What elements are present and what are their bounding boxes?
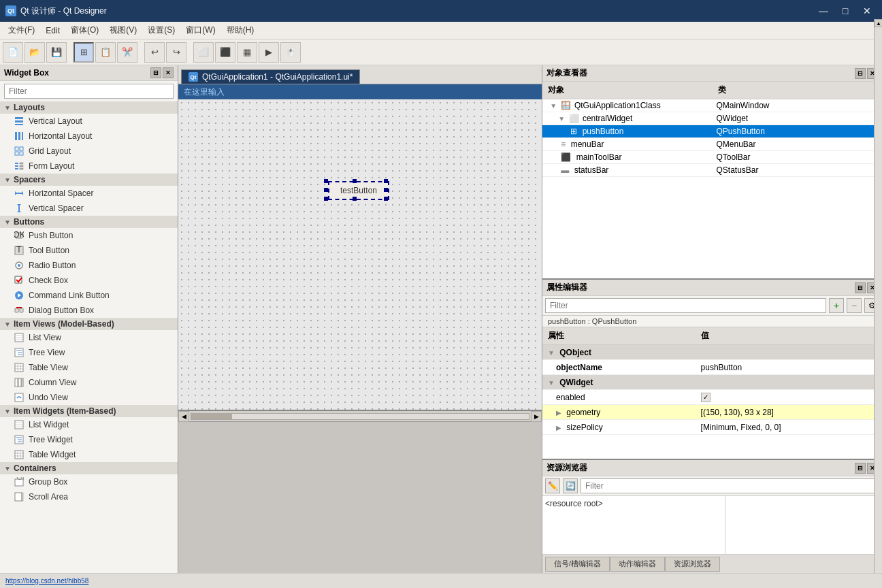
obj-inspector-float-btn[interactable]: ⊟ xyxy=(855,68,866,79)
obj-row-central[interactable]: ▼ ⬜ centralWidget QWidget xyxy=(542,112,882,125)
menu-view[interactable]: 视图(V) xyxy=(104,23,142,37)
widget-tool-button[interactable]: T Tool Button xyxy=(0,243,178,258)
widget-box-close-btn[interactable]: ✕ xyxy=(163,67,174,78)
expand-arrow-app[interactable]: ▼ xyxy=(550,102,557,110)
vertical-spacer-icon xyxy=(14,203,24,214)
spacers-arrow: ▼ xyxy=(4,176,11,184)
toolbar-undo[interactable]: ↩ xyxy=(144,42,165,63)
toolbar-align-h[interactable]: ⬜ xyxy=(193,42,214,63)
canvas-design-area[interactable]: testButton xyxy=(178,99,542,410)
qobject-expand-icon[interactable]: ▼ xyxy=(548,349,555,357)
center-area: Qt QtGuiApplication1 - QtGuiApplication1… xyxy=(178,65,542,573)
resource-refresh-btn[interactable]: 🔄 xyxy=(563,478,578,493)
widget-dialog-button-box[interactable]: Dialog Button Box xyxy=(0,303,178,318)
category-spacers[interactable]: ▼ Spacers xyxy=(0,174,178,186)
minimize-button[interactable]: — xyxy=(814,3,833,18)
widget-check-box[interactable]: Check Box xyxy=(0,273,178,288)
svg-rect-49 xyxy=(22,378,23,387)
toolbar-grid[interactable]: ▦ xyxy=(237,42,257,63)
widget-table-widget[interactable]: Table Widget xyxy=(0,447,178,462)
widget-list-widget[interactable]: List Widget xyxy=(0,417,178,432)
toolbar-cut[interactable]: ✂️ xyxy=(117,42,137,63)
widget-tree-widget[interactable]: Tree Widget xyxy=(0,432,178,447)
sizepolicy-expand-icon[interactable]: ▶ xyxy=(556,424,561,431)
obj-row-menubar[interactable]: ≡ menuBar QMenuBar xyxy=(542,138,882,151)
menu-window[interactable]: 窗口(W) xyxy=(180,23,220,37)
scrollbar-left-btn[interactable]: ◀ xyxy=(178,411,189,422)
widget-vertical-layout[interactable]: Vertical Layout xyxy=(0,114,178,129)
prop-row-sizepolicy[interactable]: ▶ sizePolicy [Minimum, Fixed, 0, 0] xyxy=(542,420,882,435)
widget-grid-layout[interactable]: Grid Layout xyxy=(0,144,178,159)
widget-box-filter[interactable] xyxy=(4,84,174,99)
prop-row-objectname[interactable]: objectName pushButton xyxy=(542,360,882,375)
menu-settings[interactable]: 设置(S) xyxy=(142,23,180,37)
resource-browser-float-btn[interactable]: ⊟ xyxy=(855,463,866,474)
category-buttons[interactable]: ▼ Buttons xyxy=(0,216,178,228)
prop-category-qobject[interactable]: ▼ QObject xyxy=(542,345,882,360)
prop-add-btn[interactable]: + xyxy=(829,298,844,313)
svg-rect-13 xyxy=(20,165,23,167)
table-widget-label: Table Widget xyxy=(29,450,76,459)
widget-scroll-area[interactable]: Scroll Area xyxy=(0,489,178,504)
prop-row-enabled[interactable]: enabled ✓ xyxy=(542,390,882,405)
widget-radio-button[interactable]: Radio Button xyxy=(0,258,178,273)
right-tab-signal-slot[interactable]: 信号/槽编辑器 xyxy=(545,557,610,572)
toolbar-copy[interactable]: ⊞ xyxy=(74,42,94,63)
prop-category-qwidget-value xyxy=(696,381,882,384)
obj-row-statusbar[interactable]: ▬ statusBar QStatusBar xyxy=(542,164,882,177)
toolbar-open[interactable]: 📂 xyxy=(24,42,45,63)
toolbar-paste[interactable]: 📋 xyxy=(95,42,116,63)
menu-form[interactable]: 窗体(O) xyxy=(65,23,104,37)
widget-list-view[interactable]: List View xyxy=(0,330,178,345)
menu-help[interactable]: 帮助(H) xyxy=(221,23,260,37)
widget-column-view[interactable]: Column View xyxy=(0,375,178,390)
widget-table-view[interactable]: Table View xyxy=(0,360,178,375)
obj-row-pushbutton[interactable]: ⊞ pushButton QPushButton xyxy=(542,125,882,138)
expand-arrow-central[interactable]: ▼ xyxy=(558,115,565,122)
resource-edit-btn[interactable]: ✏️ xyxy=(545,478,560,493)
prop-filter-input[interactable] xyxy=(545,298,826,313)
close-button[interactable]: ✕ xyxy=(858,3,877,18)
toolbar-redo[interactable]: ↪ xyxy=(166,42,186,63)
resource-filter-input[interactable] xyxy=(581,478,879,493)
toolbar-save[interactable]: 💾 xyxy=(46,42,67,63)
widget-tree-view[interactable]: Tree View xyxy=(0,345,178,360)
widget-command-link-button[interactable]: Command Link Button xyxy=(0,288,178,303)
category-containers[interactable]: ▼ Containers xyxy=(0,462,178,474)
toolbar-pointer[interactable]: 🖱️ xyxy=(280,42,301,63)
maximize-button[interactable]: □ xyxy=(836,3,855,18)
menu-edit[interactable]: Edit xyxy=(40,24,65,37)
scrollbar-right-btn[interactable]: ▶ xyxy=(531,411,542,422)
widget-horizontal-layout[interactable]: Horizontal Layout xyxy=(0,129,178,144)
geometry-expand-icon[interactable]: ▶ xyxy=(556,409,561,416)
right-tab-action-editor[interactable]: 动作编辑器 xyxy=(610,557,665,572)
widget-group-box[interactable]: GB Group Box xyxy=(0,474,178,489)
widget-undo-view[interactable]: Undo View xyxy=(0,390,178,405)
obj-row-app[interactable]: ▼ 🪟 QtGuiApplication1Class QMainWindow xyxy=(542,99,882,112)
toolbar-align-v[interactable]: ⬛ xyxy=(215,42,235,63)
toolbar-preview[interactable]: ▶ xyxy=(259,42,279,63)
scrollbar-thumb-h[interactable] xyxy=(191,414,232,419)
prop-category-qwidget[interactable]: ▼ QWidget xyxy=(542,375,882,390)
widget-vertical-spacer[interactable]: Vertical Spacer xyxy=(0,201,178,216)
prop-scroll-up[interactable]: ▲ xyxy=(875,19,882,27)
prop-remove-btn[interactable]: − xyxy=(847,298,862,313)
category-item-widgets[interactable]: ▼ Item Widgets (Item-Based) xyxy=(0,405,178,417)
qwidget-expand-icon[interactable]: ▼ xyxy=(548,379,555,387)
test-button[interactable]: testButton xyxy=(328,181,389,200)
prop-editor-float-btn[interactable]: ⊟ xyxy=(855,282,866,293)
prop-scroll-track xyxy=(875,27,882,580)
toolbar-new[interactable]: 📄 xyxy=(3,42,23,63)
prop-row-geometry[interactable]: ▶ geometry [(150, 130), 93 x 28] xyxy=(542,405,882,420)
widget-horizontal-spacer[interactable]: Horizontal Spacer xyxy=(0,186,178,201)
category-item-views[interactable]: ▼ Item Views (Model-Based) xyxy=(0,318,178,330)
right-tab-resource-browser[interactable]: 资源浏览器 xyxy=(665,557,720,572)
widget-form-layout[interactable]: Form Layout xyxy=(0,159,178,174)
canvas-tab[interactable]: Qt QtGuiApplication1 - QtGuiApplication1… xyxy=(181,69,360,84)
enabled-checkbox[interactable]: ✓ xyxy=(701,393,710,402)
widget-box-float-btn[interactable]: ⊟ xyxy=(150,67,161,78)
category-layouts[interactable]: ▼ Layouts xyxy=(0,101,178,114)
widget-push-button[interactable]: OK Push Button xyxy=(0,228,178,243)
menu-file[interactable]: 文件(F) xyxy=(3,23,40,37)
obj-row-toolbar[interactable]: ⬛ mainToolBar QToolBar xyxy=(542,151,882,164)
